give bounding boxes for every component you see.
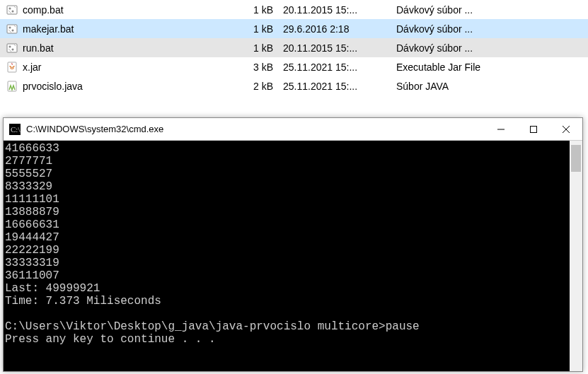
svg-rect-3 (7, 25, 17, 33)
file-type: Súbor JAVA (396, 81, 582, 92)
cmd-icon: C:\ (9, 124, 21, 135)
file-date: 25.11.2021 15:... (283, 62, 396, 73)
file-type-icon (6, 61, 18, 74)
file-list: comp.bat1 kB20.11.2015 15:...Dávkový súb… (0, 0, 588, 95)
svg-point-1 (9, 7, 11, 9)
svg-rect-6 (7, 44, 17, 52)
file-size: 1 kB (242, 23, 283, 35)
svg-text:C:\: C:\ (11, 125, 21, 134)
titlebar[interactable]: C:\ C:\WINDOWS\system32\cmd.exe (4, 118, 582, 141)
scroll-thumb[interactable] (571, 145, 581, 172)
close-button[interactable] (550, 118, 582, 141)
file-size: 1 kB (242, 42, 283, 54)
file-type: Executable Jar File (396, 62, 582, 73)
file-date: 29.6.2016 2:18 (283, 23, 396, 35)
svg-point-5 (12, 29, 14, 31)
file-name: makejar.bat (23, 23, 242, 35)
file-name: prvocislo.java (23, 81, 242, 92)
file-name: x.jar (23, 62, 242, 73)
svg-point-8 (12, 48, 14, 50)
file-row[interactable]: run.bat1 kB20.11.2015 15:...Dávkový súbo… (0, 38, 588, 57)
titlebar-text: C:\WINDOWS\system32\cmd.exe (26, 124, 485, 134)
svg-rect-0 (7, 6, 17, 14)
file-type: Dávkový súbor ... (396, 42, 582, 54)
file-size: 3 kB (242, 62, 283, 73)
svg-point-4 (9, 26, 11, 28)
file-type-icon (6, 4, 18, 16)
file-row[interactable]: comp.bat1 kB20.11.2015 15:...Dávkový súb… (0, 0, 588, 19)
file-size: 2 kB (242, 81, 283, 92)
console-output[interactable]: 41666633 2777771 5555527 8333329 1111110… (4, 141, 570, 371)
file-size: 1 kB (242, 4, 283, 16)
svg-point-2 (12, 10, 14, 12)
file-type-icon (6, 80, 18, 93)
file-type-icon (6, 42, 18, 54)
file-date: 25.11.2021 15:... (283, 81, 396, 92)
file-date: 20.11.2015 15:... (283, 42, 396, 54)
file-row[interactable]: prvocislo.java2 kB25.11.2021 15:...Súbor… (0, 76, 588, 95)
file-row[interactable]: x.jar3 kB25.11.2021 15:...Executable Jar… (0, 57, 588, 76)
maximize-button[interactable] (517, 118, 550, 141)
minimize-button[interactable] (485, 118, 517, 141)
scrollbar[interactable]: ▲ (570, 141, 582, 371)
file-date: 20.11.2015 15:... (283, 4, 396, 16)
cmd-window: C:\ C:\WINDOWS\system32\cmd.exe 41666633… (3, 117, 583, 372)
file-type-icon (6, 23, 18, 35)
file-type: Dávkový súbor ... (396, 4, 582, 16)
file-type: Dávkový súbor ... (396, 23, 582, 35)
svg-point-7 (9, 45, 11, 47)
svg-rect-14 (531, 126, 537, 132)
file-name: comp.bat (23, 4, 242, 16)
file-row[interactable]: makejar.bat1 kB29.6.2016 2:18Dávkový súb… (0, 19, 588, 38)
file-name: run.bat (23, 42, 242, 54)
